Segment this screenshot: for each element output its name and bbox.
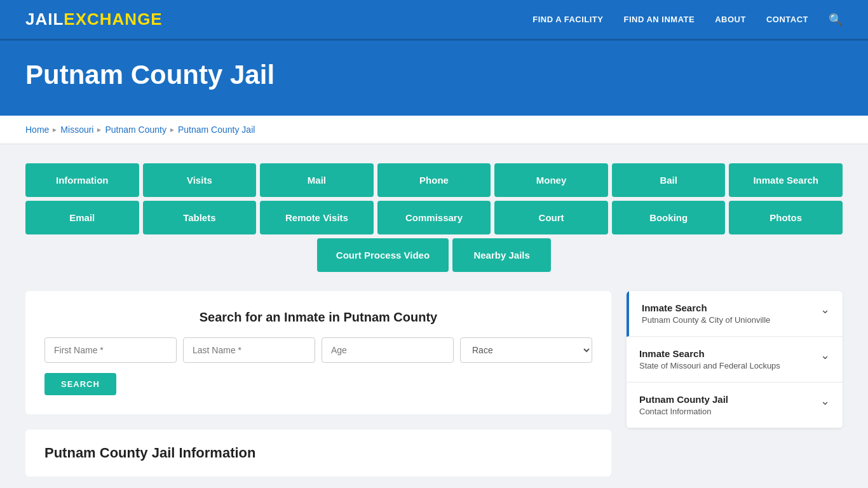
header: JAILEXCHANGE FIND A FACILITY FIND AN INM… [0,0,868,41]
below-section: Putnam County Jail Information [25,430,611,477]
chevron-down-icon-2: ⌄ [820,348,830,362]
breadcrumb-sep-1: ▸ [53,125,57,134]
sidebar-card: Inmate Search Putnam County & City of Un… [627,291,843,428]
btn-mail[interactable]: Mail [260,163,374,197]
sidebar-item-sub-2: State of Missouri and Federal Lockups [639,361,780,370]
sidebar-item-title-3: Putnam County Jail [639,394,728,405]
breadcrumb: Home ▸ Missouri ▸ Putnam County ▸ Putnam… [25,125,843,135]
breadcrumb-bar: Home ▸ Missouri ▸ Putnam County ▸ Putnam… [0,116,868,144]
btn-booking[interactable]: Booking [612,201,726,234]
nav-find-inmate[interactable]: FIND AN INMATE [623,15,695,24]
nav-contact[interactable]: CONTACT [766,15,808,24]
button-grid-row1: Information Visits Mail Phone Money Bail… [25,163,843,197]
sidebar-item-3[interactable]: Putnam County Jail Contact Information ⌄ [627,383,843,428]
race-select[interactable]: Race White Black Hispanic Asian Other [460,337,592,363]
sidebar-item-sub-1: Putnam County & City of Unionville [642,315,770,325]
btn-nearby-jails[interactable]: Nearby Jails [452,238,551,272]
btn-inmate-search[interactable]: Inmate Search [729,163,843,197]
btn-phone[interactable]: Phone [377,163,491,197]
first-name-input[interactable] [44,337,177,363]
sidebar-item-text-3: Putnam County Jail Contact Information [639,394,728,416]
nav-about[interactable]: ABOUT [715,15,746,24]
main-nav: FIND A FACILITY FIND AN INMATE ABOUT CON… [532,13,843,27]
btn-court[interactable]: Court [494,201,608,234]
search-section: Search for an Inmate in Putnam County Ra… [25,291,611,414]
button-grid-row2: Email Tablets Remote Visits Commissary C… [25,201,843,234]
sidebar-item-1[interactable]: Inmate Search Putnam County & City of Un… [627,291,843,337]
btn-information[interactable]: Information [25,163,139,197]
btn-photos[interactable]: Photos [729,201,843,234]
sidebar-item-title-1: Inmate Search [642,302,770,313]
btn-tablets[interactable]: Tablets [143,201,257,234]
left-col: Search for an Inmate in Putnam County Ra… [25,291,611,477]
breadcrumb-putnam-county[interactable]: Putnam County [105,125,166,135]
btn-money[interactable]: Money [494,163,608,197]
breadcrumb-sep-3: ▸ [170,125,174,134]
sidebar-item-title-2: Inmate Search [639,348,780,359]
btn-bail[interactable]: Bail [612,163,726,197]
button-grid-row3: Court Process Video Nearby Jails [25,238,843,272]
chevron-down-icon-1: ⌄ [820,302,830,316]
logo-jail: JAIL [25,10,64,29]
search-icon-button[interactable]: 🔍 [829,13,843,27]
btn-visits[interactable]: Visits [143,163,257,197]
below-title: Putnam County Jail Information [44,445,592,461]
breadcrumb-sep-2: ▸ [97,125,101,134]
age-input[interactable] [322,337,454,363]
main-content: Information Visits Mail Phone Money Bail… [0,144,868,488]
sidebar-item-2[interactable]: Inmate Search State of Missouri and Fede… [627,337,843,383]
search-form: Race White Black Hispanic Asian Other [44,337,592,363]
hero-section: Putnam County Jail [0,41,868,116]
page-title: Putnam County Jail [25,60,843,90]
logo-exchange: EXCHANGE [64,10,162,29]
breadcrumb-missouri[interactable]: Missouri [60,125,93,135]
sidebar-item-text-2: Inmate Search State of Missouri and Fede… [639,348,780,370]
logo[interactable]: JAILEXCHANGE [25,10,163,29]
search-button[interactable]: SEARCH [44,373,116,395]
sidebar: Inmate Search Putnam County & City of Un… [627,291,843,428]
nav-find-facility[interactable]: FIND A FACILITY [532,15,603,24]
btn-court-process-video[interactable]: Court Process Video [317,238,449,272]
last-name-input[interactable] [183,337,315,363]
btn-email[interactable]: Email [25,201,139,234]
chevron-down-icon-3: ⌄ [820,394,830,408]
sidebar-item-sub-3: Contact Information [639,407,728,416]
btn-commissary[interactable]: Commissary [377,201,491,234]
search-title: Search for an Inmate in Putnam County [44,310,592,325]
breadcrumb-home[interactable]: Home [25,125,49,135]
breadcrumb-current: Putnam County Jail [178,125,255,135]
sidebar-item-text-1: Inmate Search Putnam County & City of Un… [642,302,770,325]
content-area: Search for an Inmate in Putnam County Ra… [25,291,843,477]
btn-remote-visits[interactable]: Remote Visits [260,201,374,234]
